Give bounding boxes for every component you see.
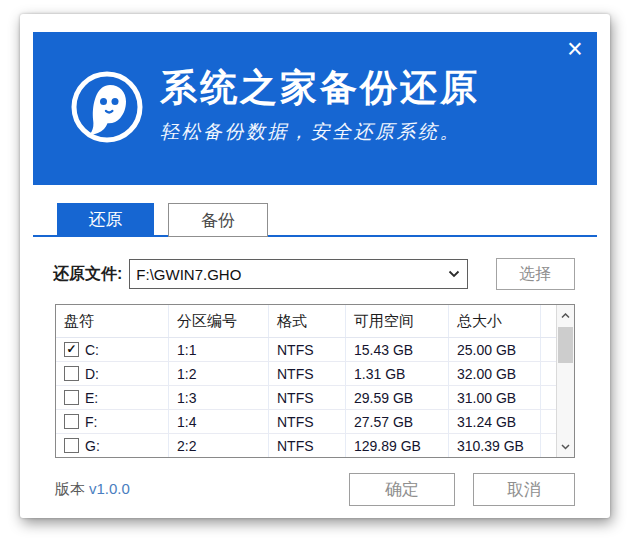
row-checkbox[interactable] bbox=[64, 366, 79, 381]
total-size-value: 25.00 GB bbox=[449, 338, 541, 361]
ghost-logo-icon bbox=[70, 70, 144, 144]
table-row[interactable]: E: 1:3 NTFS 29.59 GB 31.00 GB bbox=[56, 386, 557, 410]
scroll-down-icon[interactable] bbox=[557, 437, 574, 456]
free-space-value: 27.57 GB bbox=[346, 410, 449, 433]
app-subtitle: 轻松备份数据，安全还原系统。 bbox=[160, 119, 480, 145]
drive-label: G: bbox=[85, 438, 100, 454]
partition-value: 1:1 bbox=[169, 338, 269, 361]
tab-backup[interactable]: 备份 bbox=[168, 203, 268, 237]
col-header-free: 可用空间 bbox=[346, 305, 449, 337]
scroll-up-icon[interactable] bbox=[557, 306, 574, 325]
footer-bar: 版本v1.0.0 确定 取消 bbox=[55, 473, 575, 506]
format-value: NTFS bbox=[269, 410, 346, 433]
drive-label: F: bbox=[85, 414, 97, 430]
partition-value: 1:3 bbox=[169, 386, 269, 409]
format-value: NTFS bbox=[269, 434, 346, 457]
restore-file-row: 还原文件: 选择 bbox=[53, 258, 575, 290]
window-frame: 系统之家备份还原 轻松备份数据，安全还原系统。 × 还原 备份 还原文件: bbox=[20, 14, 610, 518]
col-header-drive: 盘符 bbox=[56, 305, 169, 337]
cancel-button[interactable]: 取消 bbox=[473, 473, 575, 506]
ok-button[interactable]: 确定 bbox=[349, 473, 455, 506]
col-header-partition: 分区编号 bbox=[169, 305, 269, 337]
vertical-scrollbar[interactable] bbox=[556, 305, 574, 457]
close-icon[interactable]: × bbox=[561, 36, 589, 64]
partition-grid: 盘符 分区编号 格式 可用空间 总大小 ✓C: 1:1 NTFS 15.43 G… bbox=[56, 305, 557, 457]
restore-file-input[interactable] bbox=[130, 266, 440, 283]
table-row[interactable]: G: 2:2 NTFS 129.89 GB 310.39 GB bbox=[56, 434, 557, 457]
format-value: NTFS bbox=[269, 362, 346, 385]
partition-value: 1:4 bbox=[169, 410, 269, 433]
total-size-value: 32.00 GB bbox=[449, 362, 541, 385]
tab-bar: 还原 备份 bbox=[33, 203, 597, 237]
partition-value: 2:2 bbox=[169, 434, 269, 457]
window-content: 系统之家备份还原 轻松备份数据，安全还原系统。 × 还原 备份 还原文件: bbox=[33, 32, 597, 500]
col-header-format: 格式 bbox=[269, 305, 346, 337]
table-row[interactable]: ✓C: 1:1 NTFS 15.43 GB 25.00 GB bbox=[56, 338, 557, 362]
version-value: v1.0.0 bbox=[89, 480, 130, 497]
total-size-value: 31.00 GB bbox=[449, 386, 541, 409]
col-header-total: 总大小 bbox=[449, 305, 541, 337]
total-size-value: 310.39 GB bbox=[449, 434, 541, 457]
header-banner: 系统之家备份还原 轻松备份数据，安全还原系统。 × bbox=[33, 32, 597, 185]
free-space-value: 29.59 GB bbox=[346, 386, 449, 409]
drive-label: E: bbox=[85, 390, 98, 406]
restore-file-label: 还原文件: bbox=[53, 264, 122, 285]
chevron-down-icon[interactable] bbox=[441, 260, 467, 288]
table-row[interactable]: D: 1:2 NTFS 1.31 GB 32.00 GB bbox=[56, 362, 557, 386]
header-titles: 系统之家备份还原 轻松备份数据，安全还原系统。 bbox=[160, 66, 480, 145]
select-file-button[interactable]: 选择 bbox=[496, 258, 575, 290]
format-value: NTFS bbox=[269, 386, 346, 409]
drive-label: C: bbox=[85, 342, 99, 358]
table-row[interactable]: F: 1:4 NTFS 27.57 GB 31.24 GB bbox=[56, 410, 557, 434]
app-background: 系统之家备份还原 轻松备份数据，安全还原系统。 × 还原 备份 还原文件: bbox=[0, 0, 640, 545]
format-value: NTFS bbox=[269, 338, 346, 361]
col-header-filler bbox=[541, 305, 557, 337]
restore-file-combobox[interactable] bbox=[129, 259, 467, 289]
free-space-value: 129.89 GB bbox=[346, 434, 449, 457]
drive-label: D: bbox=[85, 366, 99, 382]
version-label: 版本 bbox=[55, 480, 85, 497]
row-checkbox[interactable]: ✓ bbox=[64, 342, 79, 357]
free-space-value: 1.31 GB bbox=[346, 362, 449, 385]
scrollbar-thumb[interactable] bbox=[558, 327, 573, 363]
total-size-value: 31.24 GB bbox=[449, 410, 541, 433]
partition-value: 1:2 bbox=[169, 362, 269, 385]
row-checkbox[interactable] bbox=[64, 438, 79, 453]
row-checkbox[interactable] bbox=[64, 414, 79, 429]
free-space-value: 15.43 GB bbox=[346, 338, 449, 361]
table-header-row: 盘符 分区编号 格式 可用空间 总大小 bbox=[56, 305, 557, 338]
partition-table: 盘符 分区编号 格式 可用空间 总大小 ✓C: 1:1 NTFS 15.43 G… bbox=[55, 304, 575, 458]
tab-restore[interactable]: 还原 bbox=[57, 203, 154, 237]
version-text: 版本v1.0.0 bbox=[55, 480, 130, 499]
app-title: 系统之家备份还原 bbox=[160, 66, 480, 110]
row-checkbox[interactable] bbox=[64, 390, 79, 405]
